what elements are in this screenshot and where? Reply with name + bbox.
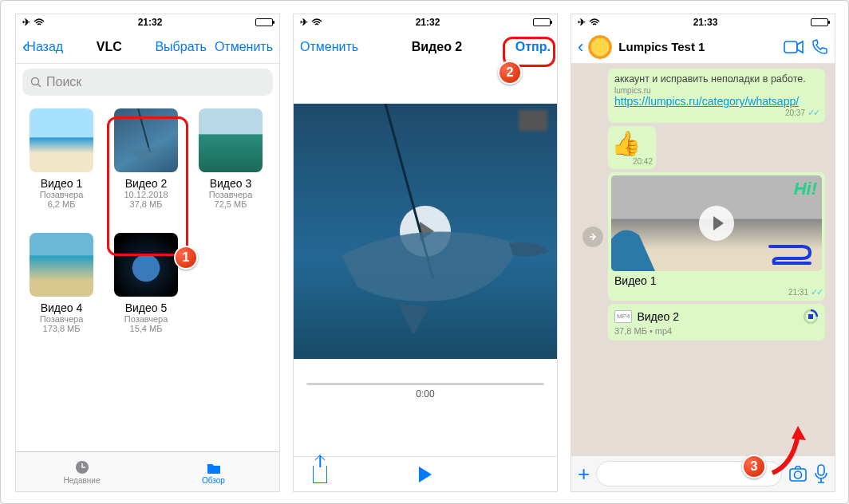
read-ticks-icon: ✓✓	[811, 287, 822, 297]
contact-name[interactable]: Lumpics Test 1	[618, 40, 777, 53]
status-bar: ✈︎ 21:32	[294, 14, 557, 30]
phone-whatsapp: ✈︎ 21:33 ‹ Lumpics Test 1 аккаунт и испр…	[571, 14, 835, 492]
step-badge: 1	[174, 246, 198, 270]
file-tile[interactable]: Видео 4 Позавчера 173,8 МБ	[19, 233, 104, 333]
nav-bar: Отменить Видео 2 Отпр.	[294, 30, 557, 64]
file-date: Позавчера	[104, 314, 188, 324]
step-badge: 2	[498, 61, 522, 85]
video-caption: Видео 1	[611, 271, 822, 287]
forward-icon[interactable]	[582, 226, 603, 247]
svg-rect-5	[784, 41, 797, 53]
mic-icon[interactable]	[814, 464, 828, 483]
clock: 21:32	[416, 17, 440, 28]
chevron-left-icon[interactable]: ‹	[578, 37, 583, 57]
file-date: Позавчера	[19, 190, 104, 199]
read-ticks-icon: ✓✓	[808, 108, 819, 117]
file-name: Видео 2	[104, 177, 188, 190]
phone-preview: ✈︎ 21:32 Отменить Видео 2 Отпр. 0:00	[293, 14, 558, 492]
wifi-icon	[311, 18, 322, 26]
scrubber[interactable]: 0:00	[306, 383, 544, 400]
clock-icon	[73, 459, 91, 476]
share-icon[interactable]	[313, 466, 327, 483]
phone-files: ✈︎ 21:32 ‹ Назад VLC Выбрать Отменить По…	[15, 14, 280, 492]
folder-icon	[205, 459, 223, 476]
svg-point-9	[795, 471, 802, 478]
file-tile[interactable]: Видео 1 Позавчера 6,2 МБ	[19, 108, 104, 209]
file-name: Видео 1	[19, 177, 104, 190]
wifi-icon	[589, 18, 600, 26]
step-badge: 3	[742, 455, 766, 478]
clock: 21:32	[138, 17, 163, 28]
call-icon[interactable]	[811, 38, 828, 56]
file-size: 173,8 МБ	[19, 324, 104, 333]
videocall-icon[interactable]	[784, 40, 804, 54]
file-size: 15,4 МБ	[104, 324, 188, 333]
file-tile[interactable]: Видео 3 Позавчера 72,5 МБ	[188, 108, 273, 209]
file-tile[interactable]: Видео 2 10.12.2018 37,8 МБ	[104, 108, 188, 209]
camera-icon[interactable]	[788, 465, 808, 482]
nav-bar: ‹ Назад VLC Выбрать Отменить	[16, 30, 279, 64]
back-button[interactable]: Назад	[26, 40, 63, 54]
file-size: 37,8 МБ	[104, 199, 188, 209]
airplane-icon: ✈︎	[578, 17, 586, 28]
play-icon[interactable]	[419, 467, 432, 482]
message-link[interactable]: аккаунт и исправить неполадки в работе. …	[608, 69, 825, 123]
plus-icon[interactable]: +	[578, 462, 590, 486]
cancel-button[interactable]: Отменить	[300, 40, 358, 54]
message-sticker[interactable]: 👍 20:42	[608, 126, 656, 169]
select-button[interactable]: Выбрать	[155, 40, 206, 54]
input-bar: +	[571, 456, 835, 491]
clock: 21:33	[693, 17, 718, 28]
tab-recent[interactable]: Недавние	[16, 452, 148, 491]
file-name: Видео 5	[104, 301, 188, 314]
video-preview[interactable]	[294, 104, 557, 359]
file-name: Видео 2	[637, 310, 679, 323]
thumbs-up-icon: 👍	[611, 129, 653, 157]
link[interactable]: https://lumpics.ru/category/whatsapp/	[614, 95, 819, 108]
file-name: Видео 3	[188, 177, 273, 190]
status-bar: ✈︎ 21:33	[571, 14, 835, 30]
file-tile[interactable]: Видео 5 Позавчера 15,4 МБ	[104, 233, 188, 333]
send-button[interactable]: Отпр.	[515, 40, 551, 54]
play-icon[interactable]	[699, 206, 734, 241]
scribble-icon	[766, 242, 814, 266]
battery-icon	[255, 18, 273, 26]
bottom-toolbar	[294, 456, 557, 491]
nav-title: Видео 2	[412, 40, 463, 54]
upload-progress-icon[interactable]	[803, 309, 819, 325]
status-bar: ✈︎ 21:32	[16, 14, 279, 30]
file-size: 6,2 МБ	[19, 199, 104, 209]
file-size: 72,5 МБ	[188, 199, 273, 209]
tab-bar: Недавние Обзор	[16, 451, 279, 491]
shark-image	[294, 104, 559, 359]
message-video[interactable]: Hi! Видео 1 21:31✓✓	[608, 172, 825, 301]
svg-rect-10	[818, 465, 824, 475]
file-date: Позавчера	[188, 190, 273, 199]
search-input[interactable]: Поиск	[22, 69, 273, 96]
file-grid: Видео 1 Позавчера 6,2 МБ Видео 2 10.12.2…	[16, 100, 279, 365]
search-placeholder: Поиск	[46, 75, 81, 89]
wifi-icon	[34, 18, 45, 26]
file-date: Позавчера	[19, 314, 104, 324]
message-file-uploading[interactable]: MP4 Видео 2 37,8 МБ • mp4	[608, 304, 825, 341]
chat-area[interactable]: аккаунт и исправить неполадки в работе. …	[571, 64, 835, 456]
mp4-badge-icon: MP4	[614, 310, 632, 323]
svg-line-1	[38, 85, 41, 88]
tab-browse[interactable]: Обзор	[148, 452, 279, 491]
svg-line-2	[138, 108, 150, 152]
video-annotation-text: Hi!	[794, 179, 817, 199]
chat-header: ‹ Lumpics Test 1	[571, 30, 835, 64]
file-meta: 37,8 МБ • mp4	[614, 326, 819, 336]
svg-rect-7	[808, 314, 813, 319]
avatar[interactable]	[588, 35, 612, 59]
battery-icon	[533, 18, 551, 26]
file-name: Видео 4	[19, 301, 104, 314]
search-icon	[30, 77, 41, 88]
nav-title: VLC	[97, 40, 122, 54]
airplane-icon: ✈︎	[22, 17, 30, 28]
scrub-time: 0:00	[306, 388, 544, 400]
battery-icon	[811, 18, 828, 26]
cancel-button[interactable]: Отменить	[215, 40, 273, 54]
file-date: 10.12.2018	[104, 190, 188, 199]
svg-point-0	[32, 78, 39, 85]
